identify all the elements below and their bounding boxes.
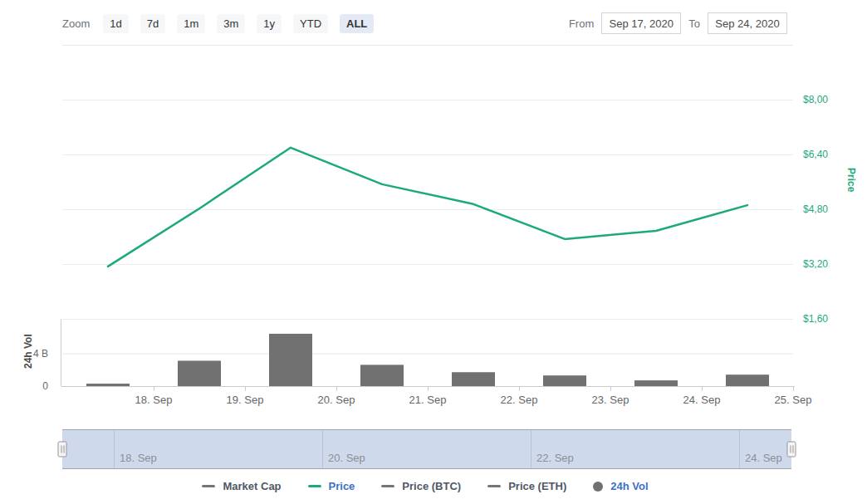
price-tick-label: $8,00 xyxy=(803,94,828,105)
navigator-gridline xyxy=(114,430,115,468)
volume-tick-label: 0 xyxy=(23,380,48,392)
chart-legend: Market CapPricePrice (BTC)Price (ETH)24h… xyxy=(0,480,850,492)
x-axis-date-label: 25. Sep xyxy=(767,394,820,406)
legend-item-label: Price (ETH) xyxy=(508,480,566,492)
x-axis-date-label: 20. Sep xyxy=(310,394,363,406)
volume-bar[interactable] xyxy=(269,334,312,386)
legend-line-marker-icon xyxy=(202,485,215,487)
crypto-price-chart-widget: Zoom 1d7d1m3m1yYTDALL From To $8,00$6,40… xyxy=(0,0,867,504)
legend-line-marker-icon xyxy=(487,485,501,487)
volume-bar[interactable] xyxy=(452,372,495,386)
navigator-date-label: 18. Sep xyxy=(120,452,157,464)
legend-line-marker-icon xyxy=(381,485,394,487)
navigator-date-label: 24. Sep xyxy=(745,452,782,464)
navigator-date-label: 22. Sep xyxy=(536,452,574,464)
legend-item-price-btc[interactable]: Price (BTC) xyxy=(381,480,461,492)
legend-item-label: Price xyxy=(329,480,355,492)
price-tick-label: $3,20 xyxy=(803,258,828,270)
volume-bar[interactable] xyxy=(634,380,678,386)
legend-item-label: 24h Vol xyxy=(610,480,648,492)
price-line[interactable] xyxy=(108,148,747,267)
legend-line-marker-icon xyxy=(308,485,321,487)
navigator-right-handle[interactable] xyxy=(787,442,796,458)
legend-item-market-cap[interactable]: Market Cap xyxy=(202,480,281,492)
volume-bar[interactable] xyxy=(360,365,404,386)
x-axis-date-label: 24. Sep xyxy=(675,394,728,406)
navigator-range-selector[interactable]: 18. Sep20. Sep22. Sep24. Sep xyxy=(62,429,791,469)
x-axis-date-label: 18. Sep xyxy=(127,394,180,406)
volume-tick-label: 4 B xyxy=(23,348,48,360)
legend-item-label: Market Cap xyxy=(223,480,281,492)
x-axis-date-label: 21. Sep xyxy=(401,394,454,406)
legend-circle-marker-icon xyxy=(593,482,603,492)
volume-bar[interactable] xyxy=(543,375,586,386)
volume-bar[interactable] xyxy=(86,384,130,386)
x-axis-date-label: 22. Sep xyxy=(492,394,546,406)
price-tick-label: $1,60 xyxy=(803,313,828,325)
price-axis-title: Price xyxy=(845,168,857,192)
price-tick-label: $4,80 xyxy=(803,203,828,215)
x-axis-date-label: 19. Sep xyxy=(218,394,272,406)
legend-item-price[interactable]: Price xyxy=(308,480,355,492)
volume-bar[interactable] xyxy=(726,374,769,386)
navigator-gridline xyxy=(531,430,531,468)
volume-bar[interactable] xyxy=(178,360,221,386)
price-tick-label: $6,40 xyxy=(803,149,828,160)
navigator-date-label: 20. Sep xyxy=(328,452,365,464)
legend-item-24h-vol[interactable]: 24h Vol xyxy=(593,480,648,492)
navigator-left-handle[interactable] xyxy=(58,442,67,458)
x-axis-date-label: 23. Sep xyxy=(584,394,637,406)
navigator-gridline xyxy=(322,430,323,468)
chart-canvas[interactable] xyxy=(0,0,867,429)
legend-item-label: Price (BTC) xyxy=(402,480,461,492)
navigator-gridline xyxy=(739,430,740,468)
legend-item-price-eth[interactable]: Price (ETH) xyxy=(487,480,566,492)
